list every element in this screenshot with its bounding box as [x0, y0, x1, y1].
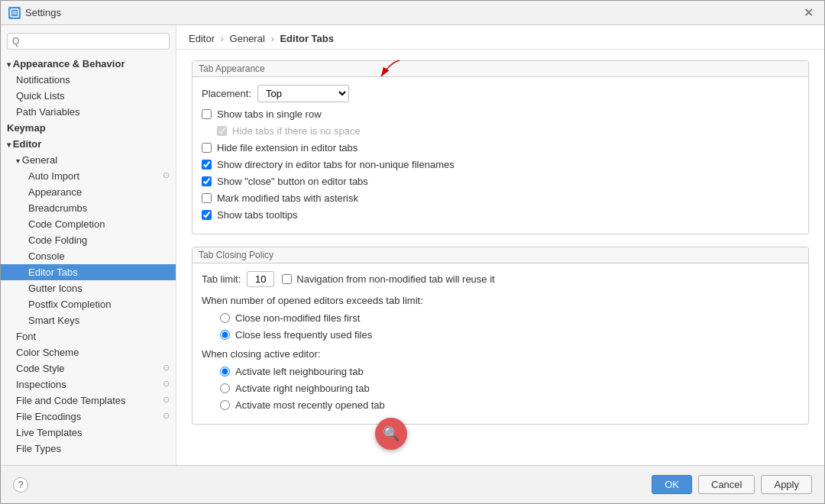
checkbox-mark-modified: Mark modified tabs with asterisk [202, 192, 799, 204]
search-input[interactable] [7, 33, 170, 50]
sidebar-item-gutter-icons[interactable]: Gutter Icons [1, 280, 176, 296]
apply-button[interactable]: Apply [761, 475, 812, 494]
nav-reuse-checkbox[interactable] [282, 274, 292, 284]
sidebar: ▾ Appearance & BehaviorNotificationsQuic… [1, 25, 176, 465]
sidebar-item-console[interactable]: Console [1, 248, 176, 264]
checkbox-hide-extension-label: Hide file extension in editor tabs [217, 142, 358, 153]
sidebar-item-live-templates[interactable]: Live Templates [1, 425, 176, 441]
sidebar-item-postfix-completion[interactable]: Postfix Completion [1, 296, 176, 312]
radio-activate-left: Activate left neighbouring tab [220, 366, 799, 377]
title-bar-text: Settings [25, 7, 801, 18]
main-content: ▾ Appearance & BehaviorNotificationsQuic… [1, 25, 824, 465]
close-button[interactable]: ✕ [801, 5, 817, 20]
sidebar-item-smart-keys[interactable]: Smart Keys [1, 312, 176, 328]
checkbox-show-single-row-input[interactable] [202, 109, 212, 119]
cancel-button[interactable]: Cancel [698, 475, 755, 494]
sidebar-item-breadcrumbs[interactable]: Breadcrumbs [1, 200, 176, 216]
checkbox-show-close: Show "close" button on editor tabs [202, 176, 799, 187]
sidebar-item-general[interactable]: ▾ General [1, 152, 176, 168]
floating-search-button[interactable]: 🔍 [375, 418, 407, 450]
tab-appearance-header: Tab Appearance [192, 61, 808, 77]
radio-close-nonmodified-input[interactable] [220, 313, 230, 323]
placement-label: Placement: [202, 88, 251, 99]
checkbox-show-directory-input[interactable] [202, 160, 212, 170]
breadcrumb-editor[interactable]: Editor [189, 33, 215, 44]
tab-closing-policy-header: Tab Closing Policy [192, 247, 808, 263]
sidebar-item-path-variables[interactable]: Path Variables [1, 104, 176, 120]
sidebar-item-appearance-behavior[interactable]: ▾ Appearance & Behavior [1, 56, 176, 72]
sidebar-item-code-completion[interactable]: Code Completion [1, 216, 176, 232]
ok-button[interactable]: OK [652, 475, 692, 494]
sidebar-item-keymap[interactable]: Keymap [1, 120, 176, 136]
breadcrumb-sep1: › [221, 33, 224, 44]
checkbox-show-close-input[interactable] [202, 176, 212, 186]
radio-close-least-used: Close less frequently used files [220, 329, 799, 341]
breadcrumb-active: Editor Tabs [280, 33, 334, 44]
sidebar-item-quick-lists[interactable]: Quick Lists [1, 88, 176, 104]
right-panel: Editor › General › Editor Tabs Tab Appea… [176, 25, 824, 465]
placement-row: Placement: Top Bottom Left Right [202, 85, 799, 102]
sidebar-item-editor[interactable]: ▾ Editor [1, 136, 176, 152]
help-button[interactable]: ? [13, 477, 28, 493]
radio-activate-recent: Activate most recently opened tab [220, 399, 799, 411]
title-bar: Settings ✕ [1, 1, 824, 25]
exceeds-label: When number of opened editors exceeds ta… [202, 295, 799, 306]
sidebar-item-file-encodings[interactable]: File Encodings ⊙ [1, 409, 176, 425]
svg-rect-1 [12, 11, 17, 12]
checkbox-hide-no-space: Hide tabs if there is no space [217, 125, 799, 137]
radio-close-least-used-input[interactable] [220, 330, 230, 340]
radio-close-nonmodified-label: Close non-modified files first [235, 312, 360, 324]
tab-limit-input[interactable] [247, 271, 274, 287]
radio-activate-left-input[interactable] [220, 367, 230, 376]
radio-activate-right-input[interactable] [220, 383, 230, 393]
sidebar-item-code-folding[interactable]: Code Folding [1, 232, 176, 248]
checkbox-hide-no-space-input[interactable] [217, 126, 227, 136]
checkbox-mark-modified-label: Mark modified tabs with asterisk [217, 192, 358, 204]
sidebar-item-file-code-templates[interactable]: File and Code Templates ⊙ [1, 393, 176, 409]
checkbox-show-tooltips-input[interactable] [202, 210, 212, 220]
radio-activate-recent-input[interactable] [220, 400, 230, 410]
sidebar-item-inspections[interactable]: Inspections ⊙ [1, 376, 176, 393]
breadcrumb-sep2: › [270, 33, 273, 44]
checkbox-show-directory: Show directory in editor tabs for non-un… [202, 159, 799, 170]
radio-close-least-used-label: Close less frequently used files [235, 329, 372, 341]
sidebar-item-color-scheme[interactable]: Color Scheme [1, 344, 176, 360]
breadcrumb: Editor › General › Editor Tabs [176, 25, 824, 50]
sidebar-item-auto-import[interactable]: Auto Import ⊙ [1, 168, 176, 184]
checkbox-show-close-label: Show "close" button on editor tabs [217, 176, 368, 187]
tab-limit-label: Tab limit: [202, 273, 241, 285]
checkbox-show-tooltips-label: Show tabs tooltips [217, 209, 298, 221]
radio-activate-recent-label: Activate most recently opened tab [235, 399, 385, 411]
checkbox-hide-extension-input[interactable] [202, 143, 212, 153]
sidebar-item-appearance[interactable]: Appearance [1, 184, 176, 200]
tab-closing-policy-section: Tab Closing Policy Tab limit: Navigation… [192, 247, 809, 425]
panel-body: Tab Appearance Placement: Top Bottom Lef… [176, 50, 824, 465]
nav-reuse-label: Navigation from non-modified tab will re… [296, 273, 494, 285]
closing-active-label: When closing active editor: [202, 348, 799, 360]
checkbox-show-tooltips: Show tabs tooltips [202, 209, 799, 221]
sidebar-item-file-types[interactable]: File Types [1, 441, 176, 457]
radio-activate-right-label: Activate right neighbouring tab [235, 383, 370, 394]
settings-window: Settings ✕ ▾ Appearance & BehaviorNotifi… [0, 0, 825, 504]
tab-appearance-section: Tab Appearance Placement: Top Bottom Lef… [192, 60, 809, 234]
checkbox-show-single-row: Show tabs in single row [202, 108, 799, 120]
checkbox-hide-extension: Hide file extension in editor tabs [202, 142, 799, 153]
radio-close-nonmodified: Close non-modified files first [220, 312, 799, 324]
sidebar-item-code-style[interactable]: Code Style ⊙ [1, 360, 176, 376]
tab-appearance-body: Placement: Top Bottom Left Right Show ta… [192, 77, 808, 234]
svg-rect-2 [12, 13, 17, 14]
checkbox-hide-no-space-label: Hide tabs if there is no space [232, 125, 361, 137]
radio-activate-right: Activate right neighbouring tab [220, 383, 799, 394]
checkbox-mark-modified-input[interactable] [202, 193, 212, 203]
checkbox-show-single-row-label: Show tabs in single row [217, 108, 322, 120]
checkbox-show-directory-label: Show directory in editor tabs for non-un… [217, 159, 455, 170]
sidebar-item-editor-tabs[interactable]: Editor Tabs [1, 264, 176, 280]
sidebar-item-notifications[interactable]: Notifications [1, 72, 176, 88]
app-icon [8, 7, 21, 19]
bottom-bar: ? OK Cancel Apply [1, 465, 824, 503]
svg-rect-0 [11, 9, 18, 17]
breadcrumb-general[interactable]: General [230, 33, 265, 44]
radio-activate-left-label: Activate left neighbouring tab [235, 366, 364, 377]
sidebar-item-font[interactable]: Font [1, 328, 176, 344]
placement-select[interactable]: Top Bottom Left Right [257, 85, 349, 102]
